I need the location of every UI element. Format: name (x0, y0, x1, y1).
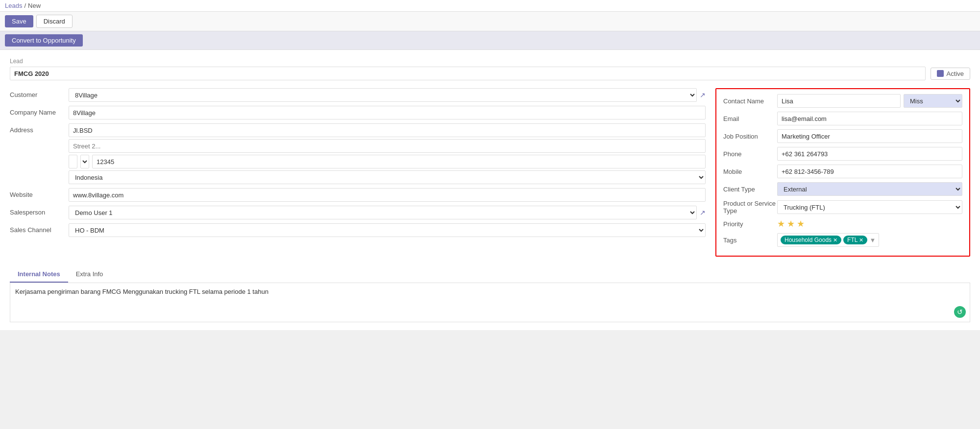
notes-submit-icon[interactable]: ↺ (954, 306, 966, 318)
address-row: Address Jawa Barat Indonesia (10, 123, 706, 184)
salesperson-external-link-icon[interactable]: ↗ (700, 209, 706, 216)
salesperson-label: Salesperson (10, 206, 69, 216)
customer-select[interactable]: 8Village (69, 88, 697, 102)
tag-ftl-label: FTL (847, 237, 858, 243)
street2-input[interactable] (69, 139, 706, 153)
product-service-row: Product or Service Type Trucking (FTL) (723, 200, 962, 214)
main-content: Customer 8Village ↗ Company Name (10, 88, 970, 257)
contact-email-label: Email (723, 115, 777, 122)
address-city-row: Jawa Barat (69, 155, 706, 168)
action-bar: Convert to Opportunity (0, 31, 980, 50)
tag-ftl[interactable]: FTL ✕ (843, 236, 867, 244)
tag-household-goods[interactable]: Household Goods ✕ (781, 236, 841, 244)
breadcrumb-current: New (28, 2, 41, 9)
tags-dropdown-icon[interactable]: ▼ (869, 237, 876, 244)
tab-extra-info[interactable]: Extra Info (68, 266, 111, 283)
contact-mobile-label: Mobile (723, 168, 777, 175)
star-2[interactable]: ★ (787, 218, 795, 229)
client-type-row: Client Type External (723, 182, 962, 196)
priority-stars[interactable]: ★ ★ ★ (777, 218, 805, 229)
contact-name-row: Contact Name Miss (723, 94, 962, 108)
sales-channel-row: Sales Channel HO - BDM (10, 223, 706, 237)
salesperson-row: Salesperson Demo User 1 ↗ (10, 206, 706, 219)
tags-container[interactable]: Household Goods ✕ FTL ✕ ▼ (777, 233, 879, 247)
salesperson-field: Demo User 1 ↗ (69, 206, 706, 219)
contact-job-label: Job Position (723, 133, 777, 140)
address-group: Jawa Barat Indonesia (69, 123, 706, 184)
discard-button[interactable]: Discard (36, 15, 73, 28)
star-3[interactable]: ★ (797, 218, 805, 229)
status-label: Active (947, 70, 964, 77)
section-label: Lead (10, 58, 970, 65)
contact-title-select[interactable]: Miss (904, 94, 962, 108)
product-service-label: Product or Service Type (723, 200, 777, 214)
website-row: Website (10, 188, 706, 202)
product-service-select[interactable]: Trucking (FTL) (777, 200, 962, 214)
customer-external-link-icon[interactable]: ↗ (700, 91, 706, 99)
contact-first-name-input[interactable] (777, 94, 901, 108)
form-container: Lead Active Customer 8Village (0, 50, 980, 330)
tab-internal-notes[interactable]: Internal Notes (10, 266, 68, 283)
tag-household-goods-remove[interactable]: ✕ (833, 237, 837, 243)
notes-text: Kerjasama pengiriman barang FMCG Menggun… (15, 288, 269, 295)
company-name-input[interactable] (69, 106, 706, 119)
customer-field: 8Village ↗ (69, 88, 706, 102)
breadcrumb-bar: Leads / New (0, 0, 980, 12)
star-1[interactable]: ★ (777, 218, 785, 229)
breadcrumb-sep: / (24, 2, 26, 9)
tags-row: Tags Household Goods ✕ FTL ✕ ▼ (723, 233, 962, 247)
save-button[interactable]: Save (5, 15, 33, 27)
convert-to-opportunity-button[interactable]: Convert to Opportunity (5, 34, 83, 47)
contact-job-row: Job Position (723, 129, 962, 143)
priority-label: Priority (723, 220, 777, 228)
toolbar: Save Discard (0, 12, 980, 31)
city-input[interactable] (69, 155, 77, 168)
company-name-field (69, 106, 706, 119)
contact-job-input[interactable] (777, 129, 962, 143)
address-label: Address (10, 123, 69, 134)
company-name-label: Company Name (10, 106, 69, 116)
customer-label: Customer (10, 88, 69, 98)
street1-input[interactable] (69, 123, 706, 137)
website-label: Website (10, 188, 69, 198)
sales-channel-field: HO - BDM (69, 223, 706, 237)
tag-ftl-remove[interactable]: ✕ (859, 237, 863, 243)
tabs: Internal Notes Extra Info (10, 266, 970, 283)
contact-name-inputs: Miss (777, 94, 962, 108)
breadcrumb: Leads / New (5, 2, 41, 9)
priority-row: Priority ★ ★ ★ (723, 218, 962, 229)
tag-household-goods-label: Household Goods (784, 237, 832, 243)
contact-panel: Contact Name Miss Email Job Position (715, 88, 970, 257)
status-icon (937, 70, 944, 77)
client-type-label: Client Type (723, 186, 777, 193)
country-select[interactable]: Indonesia (69, 170, 706, 184)
contact-phone-label: Phone (723, 150, 777, 158)
lead-title-input[interactable] (10, 67, 926, 80)
contact-email-row: Email (723, 112, 962, 125)
website-input[interactable] (69, 188, 706, 202)
breadcrumb-leads[interactable]: Leads (5, 2, 22, 9)
contact-phone-row: Phone (723, 147, 962, 161)
company-name-row: Company Name (10, 106, 706, 119)
left-panel: Customer 8Village ↗ Company Name (10, 88, 715, 257)
website-field (69, 188, 706, 202)
contact-mobile-row: Mobile (723, 165, 962, 178)
contact-name-label: Contact Name (723, 97, 777, 105)
sales-channel-label: Sales Channel (10, 223, 69, 234)
zip-input[interactable] (92, 155, 706, 168)
notes-area: Kerjasama pengiriman barang FMCG Menggun… (10, 283, 970, 322)
contact-email-input[interactable] (777, 112, 962, 125)
status-badge[interactable]: Active (931, 68, 970, 80)
salesperson-select[interactable]: Demo User 1 (69, 206, 697, 219)
contact-phone-input[interactable] (777, 147, 962, 161)
state-select[interactable]: Jawa Barat (80, 155, 89, 168)
tags-label: Tags (723, 237, 777, 244)
client-type-select[interactable]: External (777, 182, 962, 196)
contact-mobile-input[interactable] (777, 165, 962, 178)
customer-row: Customer 8Village ↗ (10, 88, 706, 102)
sales-channel-select[interactable]: HO - BDM (69, 223, 706, 237)
